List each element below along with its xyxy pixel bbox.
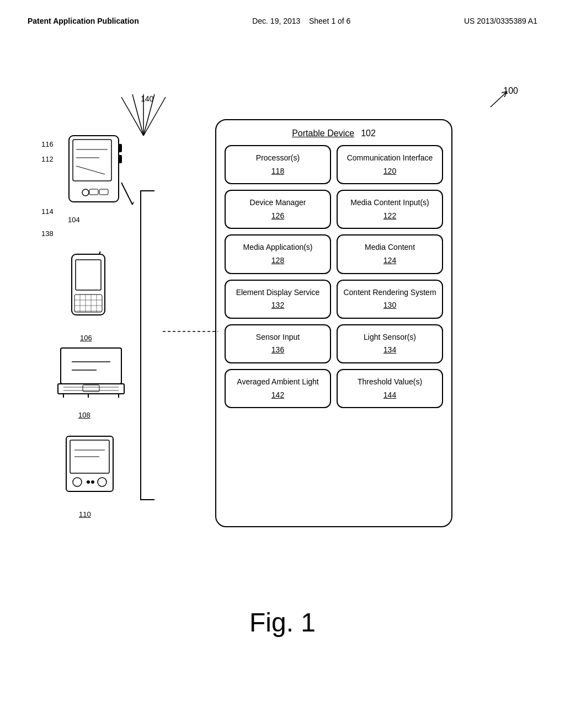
component-box-120: Communication Interface120 <box>337 145 443 184</box>
tablet-svg <box>58 433 124 505</box>
component-box-134: Light Sensor(s)134 <box>337 324 443 363</box>
comp-num-136: 136 <box>231 345 324 356</box>
comp-name-142: Averaged Ambient Light <box>237 377 318 386</box>
component-box-130: Content Rendering System130 <box>337 280 443 319</box>
ref-112-label: 112 <box>41 155 54 163</box>
svg-line-3 <box>121 97 143 136</box>
svg-point-47 <box>87 480 90 484</box>
component-box-132: Element Display Service132 <box>225 280 331 319</box>
comp-name-124: Media Content <box>365 243 415 251</box>
svg-point-15 <box>82 189 89 196</box>
header-sheet: Sheet 1 of 6 <box>309 17 351 25</box>
laptop-svg <box>55 345 132 406</box>
component-box-128: Media Application(s)128 <box>225 234 331 274</box>
comp-num-128: 128 <box>231 255 324 266</box>
component-grid: Processor(s)118Communication Interface12… <box>225 145 443 408</box>
ref-100-group: 100 <box>474 86 518 116</box>
component-box-142: Averaged Ambient Light142 <box>225 369 331 408</box>
ref-100-label: 100 <box>503 86 518 96</box>
ref-140-label: 140 <box>141 94 153 103</box>
comp-name-126: Device Manager <box>250 198 306 207</box>
portable-device-title: Portable Device 102 <box>225 129 443 138</box>
ref-116-label: 116 <box>41 140 54 148</box>
comp-name-136: Sensor Input <box>256 333 300 341</box>
component-box-118: Processor(s)118 <box>225 145 331 184</box>
svg-point-46 <box>98 478 106 486</box>
fig-label: Fig. 1 <box>249 607 316 638</box>
svg-point-48 <box>91 480 94 484</box>
svg-line-12 <box>76 166 105 174</box>
comp-name-134: Light Sensor(s) <box>364 333 416 341</box>
svg-rect-14 <box>119 155 122 163</box>
pda-svg <box>55 133 138 210</box>
comp-num-126: 126 <box>231 211 324 222</box>
component-box-126: Device Manager126 <box>225 190 331 229</box>
ref-104-label: 104 <box>68 216 80 224</box>
device-tablet: 110 <box>58 433 124 507</box>
comp-name-144: Threshold Value(s) <box>358 377 422 386</box>
comp-name-122: Media Content Input(s) <box>350 198 429 207</box>
ref-110-label: 110 <box>79 510 91 518</box>
ref-114-label: 114 <box>41 207 54 216</box>
ref-106-label: 106 <box>80 334 92 342</box>
svg-line-18 <box>121 183 132 205</box>
comp-num-118: 118 <box>231 166 324 177</box>
comp-num-142: 142 <box>231 390 324 401</box>
device-phone: 106 <box>63 251 119 331</box>
comp-name-118: Processor(s) <box>256 153 300 162</box>
svg-rect-17 <box>99 189 108 195</box>
ref-108-label: 108 <box>78 411 90 419</box>
component-box-122: Media Content Input(s)122 <box>337 190 443 229</box>
diagram-area: 100 140 116 112 114 104 138 <box>0 31 565 665</box>
comp-num-132: 132 <box>231 300 324 311</box>
portable-device-num: 102 <box>361 129 376 138</box>
header-patent-num: US 2013/0335389 A1 <box>464 17 537 25</box>
comp-name-120: Communication Interface <box>347 153 433 162</box>
bracket-svg <box>132 180 166 511</box>
component-box-144: Threshold Value(s)144 <box>337 369 443 408</box>
svg-point-45 <box>73 478 82 486</box>
svg-rect-16 <box>89 189 98 195</box>
comp-num-124: 124 <box>343 255 436 266</box>
comp-num-122: 122 <box>343 211 436 222</box>
device-laptop: 108 <box>55 345 132 408</box>
comp-num-130: 130 <box>343 300 436 311</box>
header-date-sheet: Dec. 19, 2013 Sheet 1 of 6 <box>252 17 350 25</box>
svg-rect-22 <box>74 295 102 312</box>
comp-name-132: Element Display Service <box>236 288 320 297</box>
device-pda <box>55 133 138 212</box>
comp-num-134: 134 <box>343 345 436 356</box>
phone-svg <box>63 251 119 329</box>
portable-device-box: Portable Device 102 Processor(s)118Commu… <box>215 119 452 527</box>
svg-rect-31 <box>61 348 121 384</box>
header-date: Dec. 19, 2013 <box>252 17 300 25</box>
svg-rect-20 <box>72 254 105 315</box>
svg-rect-34 <box>58 384 124 394</box>
component-box-136: Sensor Input136 <box>225 324 331 363</box>
svg-rect-9 <box>73 140 111 181</box>
page-header: Patent Application Publication Dec. 19, … <box>0 0 565 31</box>
svg-rect-21 <box>76 260 101 290</box>
ref-138-label: 138 <box>41 229 54 238</box>
dotted-line-svg <box>163 329 218 334</box>
portable-device-label: Portable Device <box>292 129 354 138</box>
comp-name-128: Media Application(s) <box>243 243 312 251</box>
comp-num-120: 120 <box>343 166 436 177</box>
header-publication: Patent Application Publication <box>28 17 139 25</box>
comp-num-144: 144 <box>343 390 436 401</box>
component-box-124: Media Content124 <box>337 234 443 274</box>
svg-rect-13 <box>119 144 122 152</box>
comp-name-130: Content Rendering System <box>343 288 436 297</box>
